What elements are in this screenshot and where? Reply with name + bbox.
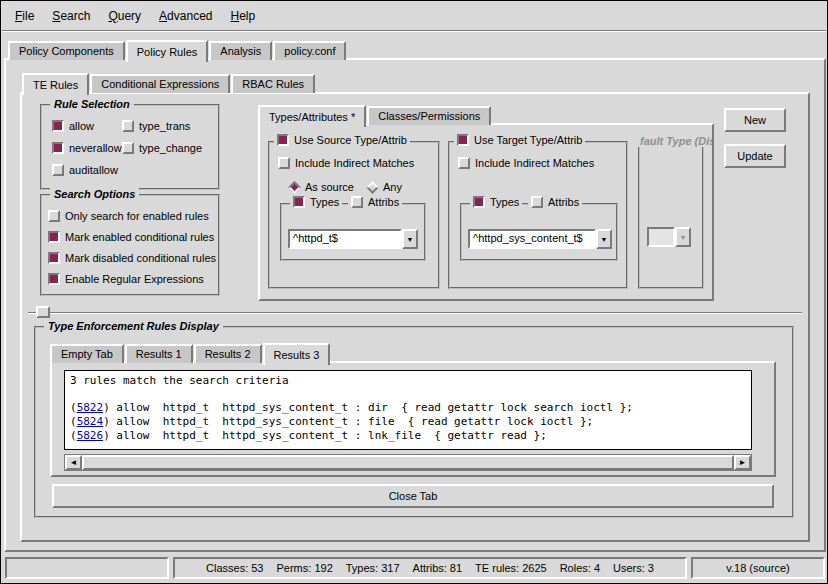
checkbox-indicator [48,231,60,243]
scroll-right-button[interactable]: ► [734,455,751,470]
checkbox-indicator [52,164,64,176]
tab-results-1[interactable]: Results 1 [125,344,193,363]
results-panel: 3 rules match the search criteria (5822)… [50,361,776,477]
new-button[interactable]: New [724,108,786,132]
tab-empty[interactable]: Empty Tab [50,344,124,363]
tab-types-attributes[interactable]: Types/Attributes * [258,105,366,127]
source-types-attribs-group: Types Attribs ^httpd_t$ ▼ [280,203,426,261]
radio-indicator [288,181,301,194]
scrollbar-thumb[interactable] [82,455,734,470]
checkbox-label: allow [69,120,94,132]
tab-conditional-expressions[interactable]: Conditional Expressions [90,74,230,93]
app-window: File Search Query Advanced Help Policy C… [0,0,828,584]
update-button[interactable]: Update [724,144,786,168]
rule-line: (5826) allow httpd_t httpd_sys_content_t… [70,429,746,443]
target-type-entry[interactable]: ^httpd_sys_content_t$ [468,229,596,249]
tab-policy-conf[interactable]: policy.conf [273,41,346,60]
checkbox-label: type_change [139,142,202,154]
radio-label: As source [305,181,354,193]
menu-advanced[interactable]: Advanced [150,6,221,26]
menu-file[interactable]: File [6,6,43,26]
radio-as-source[interactable]: As source [288,181,354,193]
status-version: v.18 (source) [726,562,789,574]
checkbox-label: Attribs [548,196,579,208]
source-attribs-checkbox[interactable]: Attribs [348,196,402,208]
target-include-indirect-checkbox[interactable]: Include Indirect Matches [458,157,594,169]
status-perms: Perms: 192 [277,562,333,574]
target-attribs-checkbox[interactable]: Attribs [528,196,582,208]
source-dropdown-button[interactable]: ▼ [402,229,418,249]
use-target-type-checkbox[interactable]: Use Target Type/Attrib [454,134,585,146]
menu-query[interactable]: Query [99,6,150,26]
checkbox-only-enabled-rules[interactable]: Only search for enabled rules [48,210,209,222]
tab-results-3[interactable]: Results 3 [263,343,331,365]
tab-results-2[interactable]: Results 2 [194,344,262,363]
menu-search[interactable]: Search [43,6,99,26]
radio-label: Any [383,181,402,193]
checkbox-indicator [48,210,60,222]
radio-indicator [366,181,379,194]
checkbox-label: auditallow [69,164,118,176]
sub-tab-bar: TE Rules Conditional Expressions RBAC Ru… [22,71,316,93]
rule-line: (5824) allow httpd_t httpd_sys_content_t… [70,415,746,429]
checkbox-indicator [122,120,134,132]
target-dropdown-button[interactable]: ▼ [596,229,612,249]
horizontal-scrollbar[interactable]: ◄ ► [64,454,752,471]
default-type-group: fault Type (Disa ▼ [638,141,704,289]
status-attribs: Attribs: 81 [413,562,463,574]
source-type-entry[interactable]: ^httpd_t$ [288,229,402,249]
pane-sash-handle[interactable] [36,306,50,318]
checkbox-indicator [473,196,485,208]
tab-policy-rules[interactable]: Policy Rules [126,40,209,62]
status-classes: Classes: 53 [206,562,263,574]
checkbox-indicator [293,196,305,208]
te-rules-display-title: Type Enforcement Rules Display [44,320,223,332]
checkbox-indicator [52,120,64,132]
source-type-group: Use Source Type/Attrib Include Indirect … [268,141,440,289]
checkbox-indicator [52,142,64,154]
checkbox-mark-disabled-conditional[interactable]: Mark disabled conditional rules [48,252,216,264]
chevron-down-icon: ▼ [601,236,608,243]
use-source-type-checkbox[interactable]: Use Source Type/Attrib [274,134,410,146]
scroll-left-button[interactable]: ◄ [65,455,82,470]
checkbox-neverallow[interactable]: neverallow [52,142,122,154]
close-tab-button[interactable]: Close Tab [52,484,774,508]
checkbox-indicator [48,273,60,285]
tab-analysis[interactable]: Analysis [209,41,272,60]
tab-rbac-rules[interactable]: RBAC Rules [231,74,315,93]
rule-id-link[interactable]: 5822 [77,401,104,414]
rule-pre: ( [70,429,77,442]
source-types-checkbox[interactable]: Types [290,196,342,208]
source-include-indirect-checkbox[interactable]: Include Indirect Matches [278,157,414,169]
checkbox-label: Mark disabled conditional rules [65,252,216,264]
default-dropdown-button: ▼ [675,227,691,247]
checkbox-label: Types [490,196,519,208]
checkbox-allow[interactable]: allow [52,120,94,132]
checkbox-enable-regex[interactable]: Enable Regular Expressions [48,273,204,285]
checkbox-indicator [351,196,363,208]
results-tab-bar: Empty Tab Results 1 Results 2 Results 3 [50,342,331,363]
menu-bar: File Search Query Advanced Help [2,2,826,30]
checkbox-mark-enabled-conditional[interactable]: Mark enabled conditional rules [48,231,214,243]
checkbox-type-change[interactable]: type_change [122,142,202,154]
checkbox-auditallow[interactable]: auditallow [52,164,118,176]
search-options-group: Search Options Only search for enabled r… [40,194,220,296]
tab-te-rules[interactable]: TE Rules [22,73,89,95]
results-summary: 3 rules match the search criteria [70,374,746,388]
radio-any[interactable]: Any [366,181,402,193]
status-te-rules: TE rules: 2625 [475,562,547,574]
rule-id-link[interactable]: 5824 [77,415,104,428]
checkbox-label: Enable Regular Expressions [65,273,204,285]
rule-id-link[interactable]: 5826 [77,429,104,442]
tab-classes-permissions[interactable]: Classes/Permissions [367,106,491,125]
tab-policy-components[interactable]: Policy Components [8,41,125,60]
checkbox-indicator [531,196,543,208]
status-roles: Roles: 4 [560,562,600,574]
source-type-combobox: ^httpd_t$ ▼ [288,229,418,249]
target-types-checkbox[interactable]: Types [470,196,522,208]
checkbox-label: Include Indirect Matches [295,157,414,169]
checkbox-label: Use Target Type/Attrib [474,134,582,146]
checkbox-type-trans[interactable]: type_trans [122,120,190,132]
results-text-area[interactable]: 3 rules match the search criteria (5822)… [64,370,752,450]
menu-help[interactable]: Help [221,6,264,26]
